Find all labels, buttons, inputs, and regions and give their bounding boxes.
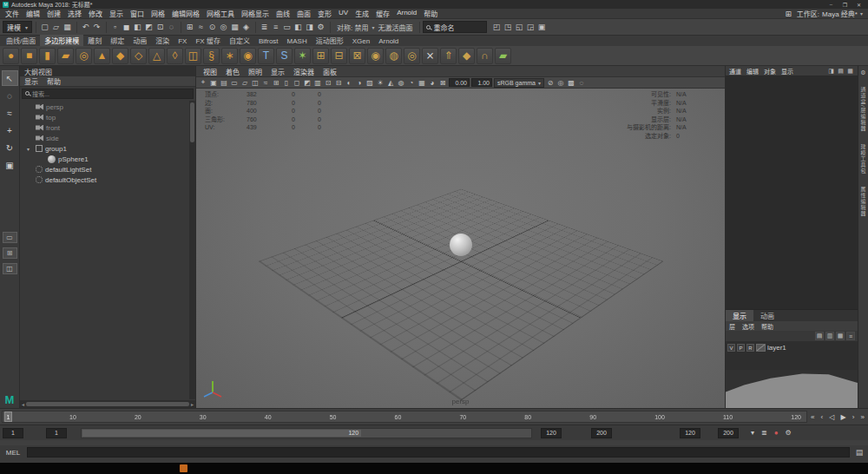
boolean-icon[interactable]: ◉ [367,48,384,64]
play-forwards-button[interactable]: ▶ [841,413,846,421]
textured-icon[interactable]: ▨ [365,77,375,88]
menu-item[interactable]: 缓存 [372,9,393,18]
poly-torus-icon[interactable]: ◎ [76,48,92,64]
svg-tool-icon[interactable]: S [276,48,293,64]
outliner-item[interactable]: defaultObjectSet [20,174,195,185]
lasso-tool-icon[interactable]: ◌ [2,88,18,103]
super-shape-icon[interactable]: ✶ [294,48,311,64]
step-back-button[interactable]: ‹ [821,413,824,421]
input-operations-icon[interactable]: ≣ [259,21,270,33]
layer-row[interactable]: V P R layer1 [727,342,856,353]
four-pane-layout-button[interactable]: ⊞ [3,247,17,259]
psphere-object[interactable] [450,234,472,256]
shelf-tab[interactable]: 绑定 [106,35,128,46]
shelf-tab[interactable]: Bifrost [254,36,283,46]
single-pane-layout-button[interactable]: ▭ [3,232,17,243]
move-tool-icon[interactable]: + [2,122,18,138]
menu-item[interactable]: 窗口 [127,9,148,18]
channel-box-menu-item[interactable]: 对象 [764,67,776,76]
save-scene-icon[interactable]: ▦ [62,21,73,33]
shelf-tab[interactable]: 运动图形 [312,35,348,46]
open-scene-icon[interactable]: ▱ [50,21,62,33]
scroll-right-arrow-icon[interactable]: ▸ [191,401,194,407]
play-backwards-button[interactable]: ◁ [829,413,834,421]
poly-pyramid-icon[interactable]: △ [148,48,165,64]
outliner-item[interactable]: pSphere1 [20,154,195,164]
poly-platonic-icon[interactable]: ◇ [130,48,147,64]
exposure-field[interactable]: 0.00 [449,78,470,87]
layer-playback-toggle[interactable]: P [737,344,745,352]
sidebar-vertical-tab[interactable]: 建模工具包 [859,144,867,174]
poly-prism-icon[interactable]: ◊ [167,48,183,64]
scrollbar-thumb[interactable] [26,402,189,406]
poly-plane-icon[interactable]: ▰ [57,48,74,64]
secondary-animation-end-field[interactable]: 200 [718,428,739,438]
maximize-button[interactable]: ❐ [838,2,852,8]
outliner-item[interactable]: front [20,122,195,133]
anim-layer-menu-icon[interactable]: ≣ [761,429,767,437]
layer-visibility-toggle[interactable]: V [727,344,735,352]
outliner-vertical-scrollbar[interactable] [189,101,195,399]
close-button[interactable]: ✕ [852,2,865,8]
shadows-icon[interactable]: ◭ [385,77,396,88]
outliner-horizontal-scrollbar[interactable]: ◂ ▸ [20,400,195,408]
image-plane-icon[interactable]: ▱ [240,77,250,88]
new-empty-layer-icon[interactable]: ▥ [825,332,834,340]
attribute-editor-toggle-icon[interactable]: ◰ [490,21,502,33]
reduce-icon[interactable]: ◎ [404,48,420,64]
viewport-menu-item[interactable]: 显示 [267,67,288,76]
menu-item[interactable]: 修改 [85,9,106,18]
safe-action-icon[interactable]: ⊡ [323,77,333,88]
multisample-icon[interactable]: ▦ [417,77,427,88]
channel-settings-icon[interactable]: ▦ [846,67,854,75]
viewport-menu-item[interactable]: 照明 [245,67,266,76]
channel-box-toggle-icon[interactable]: ◱ [513,21,524,33]
snap-to-projected-center-icon[interactable]: ◎ [218,21,229,33]
viewport-menu-item[interactable]: 渲染器 [290,67,318,76]
exposure-toggle-icon[interactable]: ◎ [556,77,566,88]
menu-item[interactable]: 网格 [148,9,168,18]
playback-end-field[interactable]: 120 [541,428,562,438]
shelf-tab[interactable]: FX 缓存 [191,35,224,46]
multi-cut-icon[interactable]: ⨯ [422,48,438,64]
extrude-icon[interactable]: ⇑ [440,48,457,64]
shelf-tab[interactable]: MASH [283,36,312,46]
channel-box-menu-item[interactable]: 通道 [729,67,741,76]
combine-icon[interactable]: ⊞ [312,48,329,64]
snap-to-curves-icon[interactable]: ≈ [195,21,207,33]
layer-options-icon[interactable]: ≡ [846,332,855,340]
expand-arrow-icon[interactable]: ▾ [27,146,33,152]
script-editor-icon[interactable]: ▤ [852,448,866,457]
quad-draw-icon[interactable]: ▰ [495,48,511,64]
command-language-toggle[interactable]: MEL [2,449,24,457]
menu-item[interactable]: 生成 [352,9,372,18]
layer-editor-menu-item[interactable]: 选项 [742,322,754,331]
auto-keyframe-icon[interactable]: ● [774,429,779,437]
make-live-icon[interactable]: ◈ [240,21,252,33]
viewport-menu-item[interactable]: 着色 [222,67,243,76]
field-chart-icon[interactable]: ▥ [312,77,323,88]
separate-icon[interactable]: ⊟ [331,48,347,64]
select-component-icon[interactable]: ◧ [132,21,143,33]
move-layer-up-icon[interactable]: ▤ [815,332,824,340]
shelf-tab[interactable]: 雕刻 [83,35,106,46]
shelf-tab[interactable]: 自定义 [225,35,254,46]
viewport-menu-item[interactable]: 面板 [319,67,340,76]
shelf-tab[interactable]: 渲染 [151,35,174,46]
menu-item[interactable]: 创建 [43,9,64,18]
channel-manip-icon[interactable]: ◨ [827,67,835,75]
redo-icon[interactable]: ↷ [91,21,102,33]
animation-start-field[interactable]: 1 [3,428,23,438]
bevel-icon[interactable]: ◆ [458,48,475,64]
extract-icon[interactable]: ⊠ [349,48,365,64]
range-slider-bar[interactable]: 120 [81,428,532,438]
modeling-toolkit-toggle-icon[interactable]: ◲ [524,21,536,33]
menu-item[interactable]: 编辑网格 [168,9,203,18]
ipr-render-icon[interactable]: ◨ [304,21,315,33]
menu-item[interactable]: 帮助 [420,9,441,18]
view-transform-dropdown[interactable]: sRGB gamma ▾ [494,78,544,88]
ssao-icon[interactable]: ◍ [396,77,406,88]
outliner-menu-item[interactable]: 帮助 [47,76,61,86]
resolution-gate-icon[interactable]: ◻ [292,77,302,88]
menu-item[interactable]: Arnold [393,9,420,18]
